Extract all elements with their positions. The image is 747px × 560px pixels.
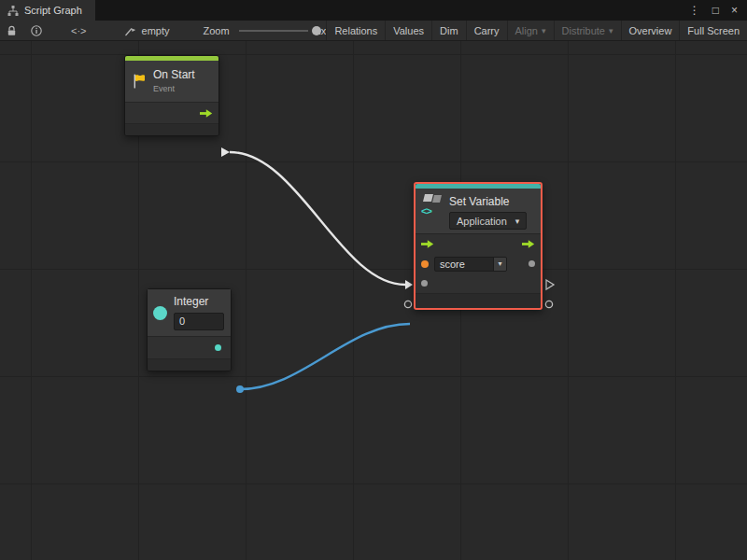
name-input-port[interactable] xyxy=(421,260,429,268)
set-variable-header: <> Set Variable Application ▾ xyxy=(416,189,541,233)
flag-icon xyxy=(132,73,147,90)
zoom-slider-track[interactable] xyxy=(239,30,308,32)
value-input-port[interactable] xyxy=(421,280,428,287)
graph-canvas[interactable] xyxy=(0,41,747,560)
chevron-down-icon: ▾ xyxy=(609,26,613,35)
variable-scope-dropdown[interactable]: Application ▾ xyxy=(449,212,527,230)
on-start-ports xyxy=(125,102,218,123)
align-button[interactable]: Align ▾ xyxy=(507,21,554,40)
window-menu-icon[interactable]: ⋮ xyxy=(689,5,700,16)
set-variable-ports: score ▾ xyxy=(416,233,541,293)
node-integer[interactable]: Integer 0 xyxy=(147,288,232,371)
angle-brackets-icon: <> xyxy=(421,205,431,217)
node-subtitle: Event xyxy=(153,83,195,94)
tab-title: Script Graph xyxy=(24,5,82,16)
graph-toolbar: <·> empty Zoom 1x Relations Values Dim C… xyxy=(0,21,747,41)
integer-ports xyxy=(148,336,231,358)
variable-name-dropdown[interactable]: score ▾ xyxy=(434,257,507,272)
values-button[interactable]: Values xyxy=(385,21,431,40)
value-output-port[interactable] xyxy=(529,260,535,267)
chevron-down-icon[interactable]: ▾ xyxy=(493,258,506,271)
flow-output-port[interactable] xyxy=(200,108,213,119)
node-on-start[interactable]: On Start Event xyxy=(124,55,219,136)
selection-status: empty xyxy=(124,25,170,36)
zoom-slider-handle[interactable] xyxy=(312,26,321,35)
title-bar: Script Graph ⋮ □ × xyxy=(0,0,747,21)
node-footer xyxy=(125,123,218,135)
lock-icon[interactable] xyxy=(7,25,17,36)
overview-button[interactable]: Overview xyxy=(621,21,680,40)
graph-icon xyxy=(7,5,19,16)
value-port-row xyxy=(416,273,541,293)
flow-port-row xyxy=(416,234,541,254)
integer-output-port[interactable] xyxy=(215,344,221,351)
chevron-down-icon: ▾ xyxy=(515,217,520,226)
integer-value-field[interactable]: 0 xyxy=(174,313,224,330)
selection-flag-icon xyxy=(124,25,136,36)
code-icon[interactable]: <·> xyxy=(71,25,87,36)
carry-button[interactable]: Carry xyxy=(466,21,507,40)
selection-status-label: empty xyxy=(142,25,170,36)
integer-header: Integer 0 xyxy=(148,289,231,336)
integer-icon xyxy=(153,306,167,320)
on-start-header: On Start Event xyxy=(125,61,218,102)
zoom-label: Zoom xyxy=(203,25,229,36)
node-footer xyxy=(416,293,541,308)
distribute-button[interactable]: Distribute ▾ xyxy=(554,21,621,40)
relations-button[interactable]: Relations xyxy=(326,21,385,40)
chevron-down-icon: ▾ xyxy=(542,26,546,35)
set-variable-icon: <> xyxy=(421,194,444,215)
window-controls: ⋮ □ × xyxy=(689,0,747,21)
node-title: Integer xyxy=(174,295,224,309)
node-footer xyxy=(148,358,231,371)
name-port-row: score ▾ xyxy=(416,254,541,273)
info-icon[interactable] xyxy=(31,25,42,36)
toolbar-buttons: Relations Values Dim Carry Align ▾ Distr… xyxy=(326,21,747,40)
node-title: Set Variable xyxy=(449,194,527,209)
zoom-slider[interactable] xyxy=(239,26,308,35)
tab-script-graph[interactable]: Script Graph xyxy=(0,0,95,21)
full-screen-button[interactable]: Full Screen xyxy=(679,21,747,40)
flow-input-port[interactable] xyxy=(421,239,434,249)
close-icon[interactable]: × xyxy=(731,5,738,16)
node-title: On Start xyxy=(153,68,195,82)
node-set-variable[interactable]: <> Set Variable Application ▾ xyxy=(414,182,543,310)
flow-output-port[interactable] xyxy=(522,239,535,249)
maximize-icon[interactable]: □ xyxy=(712,5,719,16)
dim-button[interactable]: Dim xyxy=(431,21,466,40)
